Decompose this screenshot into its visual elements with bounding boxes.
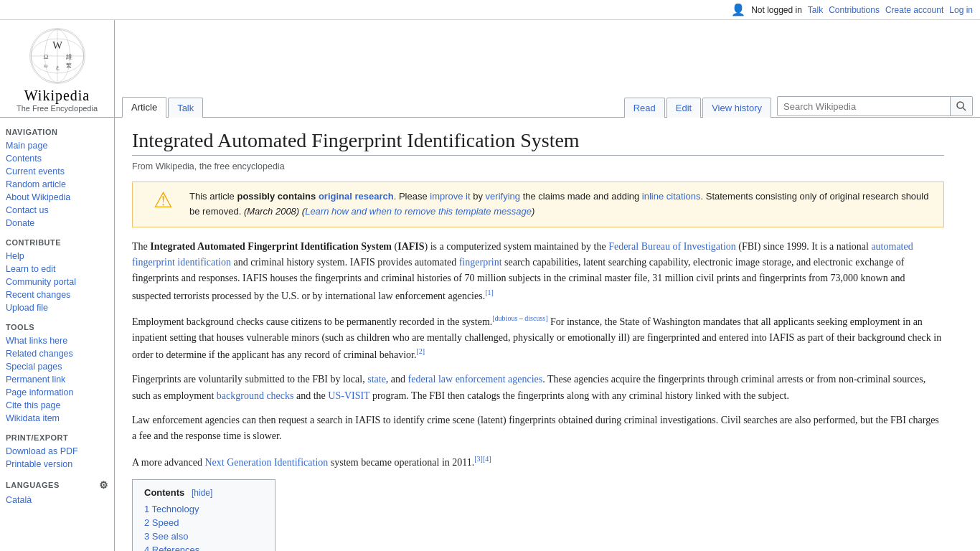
toc-item-3-link[interactable]: 3 See also [144, 531, 188, 542]
sidebar: Navigation Main page Contents Current ev… [0, 118, 115, 551]
learn-how-link[interactable]: Learn how and when to remove this templa… [305, 206, 532, 217]
navigation-section-title: Navigation [6, 128, 108, 136]
toc-hide-link[interactable]: [hide] [192, 488, 212, 498]
header-tabs-row: Article Talk Read Edit View history [115, 20, 980, 117]
tab-read[interactable]: Read [624, 98, 665, 118]
user-icon: 👤 [731, 3, 745, 17]
sidebar-what-links-here[interactable]: What links here [6, 334, 108, 347]
ref2-link[interactable]: [2] [417, 347, 425, 355]
svg-text:維: 維 [65, 53, 72, 60]
svg-text:ω: ω [44, 62, 47, 69]
fbi-link[interactable]: Federal Bureau of Investigation [608, 241, 736, 252]
contributions-link[interactable]: Contributions [829, 5, 880, 15]
sidebar-catala[interactable]: Català [6, 494, 108, 507]
sidebar-donate[interactable]: Donate [6, 217, 108, 230]
page-title: Integrated Automated Fingerprint Identif… [132, 129, 944, 156]
view-tabs: Read Edit View history [624, 98, 771, 117]
logo-subtitle: The Free Encyclopedia [17, 104, 98, 113]
tab-talk[interactable]: Talk [168, 98, 203, 118]
improve-link[interactable]: improve it [430, 191, 470, 202]
toc-item-2: 2 Speed [144, 516, 263, 529]
original-research-link[interactable]: original research [319, 191, 394, 202]
verifying-link[interactable]: verifying [486, 191, 520, 202]
usvisit-link[interactable]: US-VISIT [328, 390, 369, 401]
sidebar-community-portal[interactable]: Community portal [6, 276, 108, 288]
svg-text:W: W [52, 39, 62, 51]
sidebar-cite-this-page[interactable]: Cite this page [6, 399, 108, 412]
tab-view-history[interactable]: View history [702, 98, 771, 118]
ref3-link[interactable]: [3] [474, 455, 483, 463]
sidebar-learn-to-edit[interactable]: Learn to edit [6, 263, 108, 276]
fingerprint-link[interactable]: fingerprint [459, 257, 502, 268]
toc-item-2-link[interactable]: 2 Speed [144, 517, 179, 528]
warning-text: This article possibly contains original … [189, 189, 933, 220]
intro-paragraph-2: Employment background checks cause citiz… [132, 313, 944, 363]
warning-icon: ⚠ [154, 189, 179, 211]
search-input[interactable] [778, 101, 950, 112]
intro-paragraph-4: Law enforcement agencies can then reques… [132, 413, 944, 445]
main-content: Integrated Automated Fingerprint Identif… [115, 118, 961, 551]
create-account-link[interactable]: Create account [885, 5, 943, 15]
languages-section-title: Languages ⚙ [6, 479, 108, 491]
layout: Navigation Main page Contents Current ev… [0, 118, 980, 551]
from-line: From Wikipedia, the free encyclopedia [132, 161, 944, 171]
sidebar-contact-us[interactable]: Contact us [6, 204, 108, 217]
warning-box: ⚠ This article possibly contains origina… [132, 182, 944, 227]
intro-paragraph-3: Fingerprints are voluntarily submitted t… [132, 372, 944, 404]
sidebar-permanent-link[interactable]: Permanent link [6, 373, 108, 386]
svg-line-13 [963, 108, 966, 110]
languages-settings-icon[interactable]: ⚙ [99, 479, 109, 491]
background-checks-link[interactable]: background checks [217, 390, 294, 401]
top-bar: 👤 Not logged in Talk Contributions Creat… [0, 0, 980, 20]
sidebar-current-events[interactable]: Current events [6, 165, 108, 178]
svg-text:Ω: Ω [43, 53, 48, 60]
svg-text:繁: 繁 [66, 62, 72, 69]
sidebar-help[interactable]: Help [6, 250, 108, 263]
tools-section-title: Tools [6, 323, 108, 331]
discuss-link[interactable]: discuss] [524, 314, 547, 322]
ref1-link[interactable]: [1] [485, 288, 494, 296]
flea-link[interactable]: federal law enforcement agencies [408, 374, 543, 385]
search-button[interactable] [950, 97, 972, 116]
sidebar-download-pdf[interactable]: Download as PDF [6, 445, 108, 458]
search-icon [956, 101, 966, 111]
toc-item-3: 3 See also [144, 529, 263, 543]
ngi-link[interactable]: Next Generation Identification [204, 457, 328, 468]
sidebar-wikidata-item[interactable]: Wikidata item [6, 412, 108, 425]
talk-link[interactable]: Talk [808, 5, 823, 15]
header-right: Article Talk Read Edit View history [115, 20, 980, 117]
sidebar-main-page[interactable]: Main page [6, 139, 108, 152]
tab-edit[interactable]: Edit [666, 98, 701, 118]
not-logged-in-text: Not logged in [751, 5, 802, 15]
contribute-section-title: Contribute [6, 238, 108, 247]
sidebar-special-pages[interactable]: Special pages [6, 360, 108, 373]
toc-item-4-link[interactable]: 4 References [144, 545, 199, 551]
sidebar-random-article[interactable]: Random article [6, 178, 108, 191]
sidebar-upload-file[interactable]: Upload file [6, 301, 108, 314]
logo-title[interactable]: Wikipedia [24, 88, 90, 104]
toc-title: Contents [144, 487, 184, 498]
state-link[interactable]: state [367, 374, 386, 385]
toc-header: Contents [hide] [144, 487, 263, 498]
header: W Ω 維 ω 繁 ع Wikipedia The Free Encyclope… [0, 20, 980, 118]
svg-point-12 [957, 102, 963, 108]
sidebar-about-wikipedia[interactable]: About Wikipedia [6, 191, 108, 204]
intro-paragraph-1: The Integrated Automated Fingerprint Ide… [132, 239, 944, 304]
sidebar-contents[interactable]: Contents [6, 152, 108, 165]
dubious-link[interactable]: [dubious [492, 314, 517, 322]
sidebar-related-changes[interactable]: Related changes [6, 347, 108, 360]
sidebar-recent-changes[interactable]: Recent changes [6, 288, 108, 301]
inline-citations-link[interactable]: inline citations [642, 191, 701, 202]
sidebar-page-information[interactable]: Page information [6, 386, 108, 399]
log-in-link[interactable]: Log in [949, 5, 973, 15]
sidebar-printable-version[interactable]: Printable version [6, 458, 108, 471]
table-of-contents: Contents [hide] 1 Technology 2 Speed 3 S… [132, 479, 275, 551]
tab-article[interactable]: Article [122, 97, 166, 118]
ref4-link[interactable]: [4] [483, 455, 491, 463]
print-section-title: Print/export [6, 433, 108, 442]
toc-item-1-link[interactable]: 1 Technology [144, 504, 199, 514]
toc-item-4: 4 References [144, 543, 263, 551]
search-form [777, 96, 973, 116]
logo-area: W Ω 維 ω 繁 ع Wikipedia The Free Encyclope… [0, 20, 115, 117]
wikipedia-logo: W Ω 維 ω 繁 ع [29, 27, 86, 85]
